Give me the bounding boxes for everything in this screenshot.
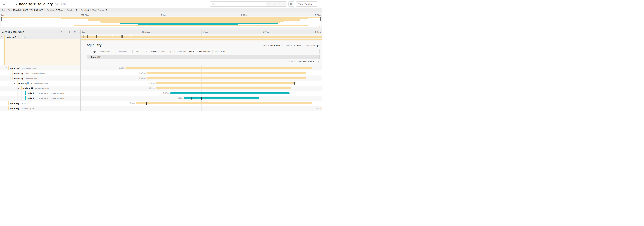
- span-name-cell[interactable]: node sql1flow: [0, 101, 80, 106]
- row-collapse-icon[interactable]: ∨: [10, 76, 11, 81]
- log-marker[interactable]: [123, 35, 123, 38]
- log-marker[interactable]: [306, 72, 306, 75]
- span-row[interactable]: ∨node sql1dist sender send1.56ms: [0, 86, 322, 91]
- log-marker[interactable]: [138, 102, 138, 105]
- span-row[interactable]: ∨node sql1consuming rows2.14ms: [0, 65, 322, 71]
- span-timeline-cell[interactable]: 1.84ms: [80, 71, 322, 76]
- span-timeline-cell[interactable]: 2.14ms: [80, 65, 322, 71]
- log-marker[interactable]: [96, 35, 96, 38]
- row-collapse-icon[interactable]: ∨: [14, 81, 15, 86]
- span-row[interactable]: node sql1flow2.04ms: [0, 101, 322, 106]
- span-row[interactable]: node 1/cockroach.roachpb.Internal/Batch1…: [0, 91, 322, 96]
- span-name-cell[interactable]: ∨node sql1dist sender send: [0, 86, 80, 91]
- row-collapse-icon[interactable]: ∨: [5, 65, 7, 71]
- expand-one-icon[interactable]: ›: [65, 31, 66, 33]
- span-duration-bar[interactable]: [136, 102, 312, 104]
- log-marker[interactable]: [122, 35, 122, 38]
- span-detail-meta: Service:node sql1 | Duration:2.79ms | St…: [262, 44, 320, 47]
- span-timeline-cell[interactable]: 1.6ms: [80, 81, 322, 86]
- next-result-icon[interactable]: ∨: [278, 3, 280, 6]
- span-name-cell[interactable]: node 1/cockroach.roachpb.Internal/Batch: [0, 91, 80, 96]
- back-button[interactable]: ←: [0, 0, 8, 8]
- row-collapse-icon[interactable]: ∨: [1, 34, 2, 39]
- minimap-canvas[interactable]: [1, 17, 321, 27]
- log-marker[interactable]: [259, 97, 259, 100]
- log-marker[interactable]: [120, 35, 120, 38]
- span-name-cell[interactable]: node sql1batch flow coordinator: [0, 71, 80, 76]
- viewport-left-handle[interactable]: [1, 17, 2, 21]
- span-row[interactable]: ∨node sql1txn coordinator send1.6ms: [0, 81, 322, 86]
- span-timeline-cell[interactable]: 1.37ms: [80, 91, 322, 96]
- row-collapse-icon[interactable]: ∨: [18, 86, 19, 91]
- span-timeline-cell[interactable]: 1.56ms: [80, 86, 322, 91]
- log-marker[interactable]: [314, 35, 314, 38]
- logs-accordion[interactable]: › Logs (18): [87, 55, 320, 59]
- span-duration-bar[interactable]: [170, 92, 290, 94]
- collapse-all-icon[interactable]: ≫: [69, 31, 71, 33]
- log-marker[interactable]: [132, 35, 132, 38]
- span-timeline-cell[interactable]: 1.85ms: [80, 76, 322, 81]
- log-marker[interactable]: [165, 87, 165, 90]
- tags-accordion[interactable]: › Tags: _unfinished=1_verbose=1client=12…: [87, 49, 320, 54]
- span-duration-label: 2.14ms: [119, 65, 125, 71]
- service-name: node sql1: [10, 102, 20, 105]
- span-duration-bar[interactable]: [146, 72, 306, 74]
- log-marker[interactable]: [84, 35, 84, 38]
- span-row[interactable]: ∨node sql1colbatchscan1.85ms: [0, 76, 322, 81]
- span-name-cell[interactable]: ∨node sql1txn coordinator send: [0, 81, 80, 86]
- log-marker[interactable]: [191, 97, 192, 100]
- span-name-cell[interactable]: ∨node sql1colbatchscan: [0, 76, 80, 81]
- minimap-rows: [1, 17, 321, 27]
- span-duration-bar[interactable]: [80, 36, 322, 38]
- log-marker[interactable]: [158, 87, 159, 90]
- span-name-cell[interactable]: ∨node sql1consuming rows: [0, 65, 80, 71]
- keyboard-shortcuts-button[interactable]: ⌘: [288, 2, 294, 7]
- log-marker[interactable]: [257, 97, 257, 100]
- match-scope-icon[interactable]: ◎: [268, 3, 270, 6]
- prev-result-icon[interactable]: ∧: [273, 3, 275, 6]
- span-row[interactable]: node sql1batch flow coordinator1.84ms: [0, 71, 322, 76]
- log-marker[interactable]: [315, 35, 315, 38]
- log-marker[interactable]: [121, 35, 122, 38]
- span-timeline-cell[interactable]: 2.04ms: [80, 101, 322, 106]
- column-resizer-handle[interactable]: [79, 32, 80, 34]
- log-marker[interactable]: [124, 35, 124, 38]
- span-duration-bar[interactable]: [156, 87, 291, 89]
- trace-collapse-icon[interactable]: ∨: [16, 3, 17, 6]
- log-marker[interactable]: [155, 77, 155, 80]
- viewport-right-handle[interactable]: [320, 17, 321, 21]
- log-marker[interactable]: [87, 35, 88, 38]
- view-selector-button[interactable]: Trace Timeline ∨: [296, 2, 318, 7]
- collapse-one-icon[interactable]: ∨: [60, 31, 62, 33]
- log-marker[interactable]: [97, 35, 97, 38]
- log-marker[interactable]: [136, 102, 136, 105]
- time-tick-label: 2.09ms: [241, 14, 248, 16]
- log-marker[interactable]: [197, 97, 197, 100]
- span-duration-bar[interactable]: [156, 82, 294, 84]
- indent-guide: [9, 96, 9, 101]
- span-row[interactable]: ∨node sql1sql query: [0, 34, 322, 39]
- trace-title-group: ∨ node sql1: sql query 7418682: [16, 2, 66, 6]
- log-marker[interactable]: [185, 97, 185, 100]
- span-name-cell[interactable]: node 1/cockroach.roachpb.Internal/Batch: [0, 96, 80, 101]
- span-row[interactable]: node 1/cockroach.roachpb.Internal/Batch8…: [0, 96, 322, 101]
- clear-search-icon[interactable]: ×: [283, 3, 284, 6]
- expand-all-icon[interactable]: ≫: [74, 31, 76, 33]
- span-name-cell[interactable]: ∨node sql1sql query: [0, 34, 80, 39]
- span-timeline-cell[interactable]: [80, 34, 322, 39]
- span-duration-bar[interactable]: [126, 67, 312, 69]
- span-timeline-cell[interactable]: 14μs: [80, 106, 322, 111]
- span-duration-bar[interactable]: [320, 107, 322, 109]
- find-input[interactable]: [210, 2, 266, 7]
- span-duration-bar[interactable]: [184, 97, 260, 99]
- log-marker[interactable]: [198, 97, 198, 100]
- span-timeline-cell[interactable]: 886μs: [80, 96, 322, 101]
- span-name-cell[interactable]: node sql1commit sql txn: [0, 106, 80, 111]
- log-marker[interactable]: [139, 35, 139, 38]
- log-marker[interactable]: [194, 97, 194, 100]
- span-duration-bar[interactable]: [146, 77, 306, 79]
- log-marker[interactable]: [217, 97, 217, 100]
- link-icon[interactable]: [318, 61, 320, 63]
- log-marker[interactable]: [146, 102, 146, 105]
- span-row[interactable]: node sql1commit sql txn14μs: [0, 106, 322, 111]
